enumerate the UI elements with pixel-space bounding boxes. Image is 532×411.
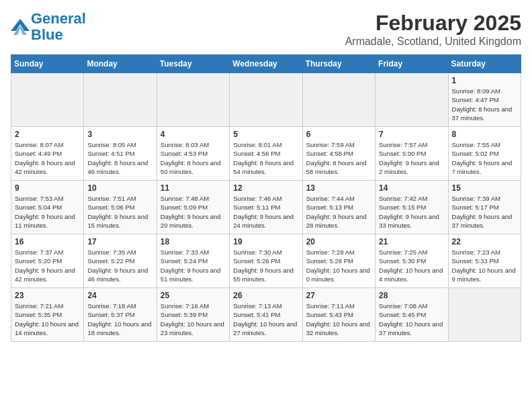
- calendar-cell: 8Sunrise: 7:55 AMSunset: 5:02 PMDaylight…: [448, 127, 521, 181]
- weekday-header-friday: Friday: [375, 55, 448, 73]
- weekday-header-row: SundayMondayTuesdayWednesdayThursdayFrid…: [11, 55, 521, 73]
- calendar-cell: 2Sunrise: 8:07 AMSunset: 4:49 PMDaylight…: [11, 127, 84, 181]
- calendar-cell: [230, 73, 302, 127]
- day-info: Sunrise: 7:44 AMSunset: 5:13 PMDaylight:…: [306, 194, 371, 230]
- weekday-header-tuesday: Tuesday: [157, 55, 229, 73]
- logo: General Blue: [11, 11, 86, 43]
- calendar-cell: 13Sunrise: 7:44 AMSunset: 5:13 PMDayligh…: [302, 181, 375, 234]
- calendar-cell: 28Sunrise: 7:08 AMSunset: 5:45 PMDayligh…: [375, 288, 448, 342]
- calendar-cell: [302, 73, 375, 127]
- day-info: Sunrise: 7:53 AMSunset: 5:04 PMDaylight:…: [15, 194, 80, 230]
- weekday-header-monday: Monday: [84, 55, 157, 73]
- calendar-cell: 6Sunrise: 7:59 AMSunset: 4:58 PMDaylight…: [302, 127, 375, 181]
- calendar-cell: 9Sunrise: 7:53 AMSunset: 5:04 PMDaylight…: [11, 181, 84, 234]
- logo-icon: [11, 19, 30, 35]
- calendar-cell: 14Sunrise: 7:42 AMSunset: 5:15 PMDayligh…: [375, 181, 448, 234]
- calendar-cell: [11, 73, 84, 127]
- day-number: 7: [379, 130, 444, 139]
- day-info: Sunrise: 7:16 AMSunset: 5:39 PMDaylight:…: [161, 302, 226, 337]
- day-info: Sunrise: 8:03 AMSunset: 4:53 PMDaylight:…: [161, 140, 226, 176]
- calendar-cell: 3Sunrise: 8:05 AMSunset: 4:51 PMDaylight…: [84, 127, 157, 181]
- day-number: 15: [452, 183, 517, 193]
- calendar-cell: 27Sunrise: 7:11 AMSunset: 5:43 PMDayligh…: [302, 288, 375, 342]
- day-info: Sunrise: 7:55 AMSunset: 5:02 PMDaylight:…: [452, 140, 517, 176]
- day-info: Sunrise: 7:11 AMSunset: 5:43 PMDaylight:…: [306, 302, 371, 337]
- weekday-header-sunday: Sunday: [11, 55, 84, 73]
- day-number: 28: [379, 291, 444, 300]
- header: General Blue February 2025 Armadale, Sco…: [11, 11, 521, 48]
- calendar-cell: [448, 288, 521, 342]
- calendar-week-2: 2Sunrise: 8:07 AMSunset: 4:49 PMDaylight…: [11, 127, 521, 181]
- day-number: 22: [452, 237, 517, 246]
- day-number: 19: [233, 237, 298, 246]
- svg-marker-0: [11, 19, 30, 31]
- weekday-header-saturday: Saturday: [448, 55, 521, 73]
- calendar-cell: 25Sunrise: 7:16 AMSunset: 5:39 PMDayligh…: [157, 288, 229, 342]
- day-info: Sunrise: 7:21 AMSunset: 5:35 PMDaylight:…: [15, 302, 80, 337]
- calendar-cell: 18Sunrise: 7:33 AMSunset: 5:24 PMDayligh…: [157, 234, 229, 288]
- day-info: Sunrise: 7:35 AMSunset: 5:22 PMDaylight:…: [87, 248, 152, 283]
- day-number: 5: [233, 130, 298, 139]
- calendar-week-5: 23Sunrise: 7:21 AMSunset: 5:35 PMDayligh…: [11, 288, 521, 342]
- calendar-cell: 15Sunrise: 7:39 AMSunset: 5:17 PMDayligh…: [448, 181, 521, 234]
- day-number: 10: [87, 183, 152, 193]
- day-number: 16: [15, 237, 80, 246]
- day-info: Sunrise: 7:37 AMSunset: 5:20 PMDaylight:…: [15, 248, 80, 283]
- day-number: 1: [452, 76, 517, 85]
- day-info: Sunrise: 7:57 AMSunset: 5:00 PMDaylight:…: [379, 140, 444, 176]
- calendar-week-4: 16Sunrise: 7:37 AMSunset: 5:20 PMDayligh…: [11, 234, 521, 288]
- calendar-week-1: 1Sunrise: 8:09 AMSunset: 4:47 PMDaylight…: [11, 73, 521, 127]
- calendar-table: SundayMondayTuesdayWednesdayThursdayFrid…: [11, 54, 521, 342]
- day-number: 25: [161, 291, 226, 300]
- day-info: Sunrise: 7:46 AMSunset: 5:11 PMDaylight:…: [233, 194, 298, 230]
- calendar-cell: 12Sunrise: 7:46 AMSunset: 5:11 PMDayligh…: [230, 181, 302, 234]
- day-number: 14: [379, 183, 444, 193]
- day-info: Sunrise: 7:48 AMSunset: 5:09 PMDaylight:…: [161, 194, 226, 230]
- day-number: 27: [306, 291, 371, 300]
- calendar-cell: 7Sunrise: 7:57 AMSunset: 5:00 PMDaylight…: [375, 127, 448, 181]
- day-number: 11: [161, 183, 226, 193]
- day-number: 12: [233, 183, 298, 193]
- calendar-cell: 26Sunrise: 7:13 AMSunset: 5:41 PMDayligh…: [230, 288, 302, 342]
- title-area: February 2025 Armadale, Scotland, United…: [345, 11, 521, 48]
- day-info: Sunrise: 8:09 AMSunset: 4:47 PMDaylight:…: [452, 87, 517, 122]
- day-info: Sunrise: 7:39 AMSunset: 5:17 PMDaylight:…: [452, 194, 517, 230]
- day-info: Sunrise: 7:25 AMSunset: 5:30 PMDaylight:…: [379, 248, 444, 283]
- page-subtitle: Armadale, Scotland, United Kingdom: [345, 36, 521, 48]
- calendar-cell: 24Sunrise: 7:18 AMSunset: 5:37 PMDayligh…: [84, 288, 157, 342]
- day-number: 2: [15, 130, 80, 139]
- day-info: Sunrise: 7:51 AMSunset: 5:06 PMDaylight:…: [87, 194, 152, 230]
- calendar-cell: 4Sunrise: 8:03 AMSunset: 4:53 PMDaylight…: [157, 127, 229, 181]
- day-info: Sunrise: 7:30 AMSunset: 5:26 PMDaylight:…: [233, 248, 298, 283]
- calendar-cell: [157, 73, 229, 127]
- calendar-cell: 20Sunrise: 7:28 AMSunset: 5:28 PMDayligh…: [302, 234, 375, 288]
- day-number: 23: [15, 291, 80, 300]
- day-info: Sunrise: 8:01 AMSunset: 4:56 PMDaylight:…: [233, 140, 298, 176]
- day-info: Sunrise: 7:59 AMSunset: 4:58 PMDaylight:…: [306, 140, 371, 176]
- day-number: 21: [379, 237, 444, 246]
- day-info: Sunrise: 7:13 AMSunset: 5:41 PMDaylight:…: [233, 302, 298, 337]
- day-info: Sunrise: 7:33 AMSunset: 5:24 PMDaylight:…: [161, 248, 226, 283]
- day-number: 3: [87, 130, 152, 139]
- day-number: 4: [161, 130, 226, 139]
- page-title: February 2025: [345, 11, 521, 36]
- calendar-week-3: 9Sunrise: 7:53 AMSunset: 5:04 PMDaylight…: [11, 181, 521, 234]
- calendar-cell: [84, 73, 157, 127]
- day-number: 24: [87, 291, 152, 300]
- day-info: Sunrise: 7:18 AMSunset: 5:37 PMDaylight:…: [87, 302, 152, 337]
- calendar-cell: [375, 73, 448, 127]
- day-info: Sunrise: 8:07 AMSunset: 4:49 PMDaylight:…: [15, 140, 80, 176]
- day-info: Sunrise: 7:42 AMSunset: 5:15 PMDaylight:…: [379, 194, 444, 230]
- day-number: 20: [306, 237, 371, 246]
- day-number: 18: [161, 237, 226, 246]
- weekday-header-thursday: Thursday: [302, 55, 375, 73]
- calendar-cell: 5Sunrise: 8:01 AMSunset: 4:56 PMDaylight…: [230, 127, 302, 181]
- day-info: Sunrise: 7:23 AMSunset: 5:33 PMDaylight:…: [452, 248, 517, 283]
- logo-text: General Blue: [31, 11, 86, 43]
- day-number: 26: [233, 291, 298, 300]
- weekday-header-wednesday: Wednesday: [230, 55, 302, 73]
- calendar-cell: 11Sunrise: 7:48 AMSunset: 5:09 PMDayligh…: [157, 181, 229, 234]
- day-number: 9: [15, 183, 80, 193]
- day-info: Sunrise: 7:08 AMSunset: 5:45 PMDaylight:…: [379, 302, 444, 337]
- day-number: 17: [87, 237, 152, 246]
